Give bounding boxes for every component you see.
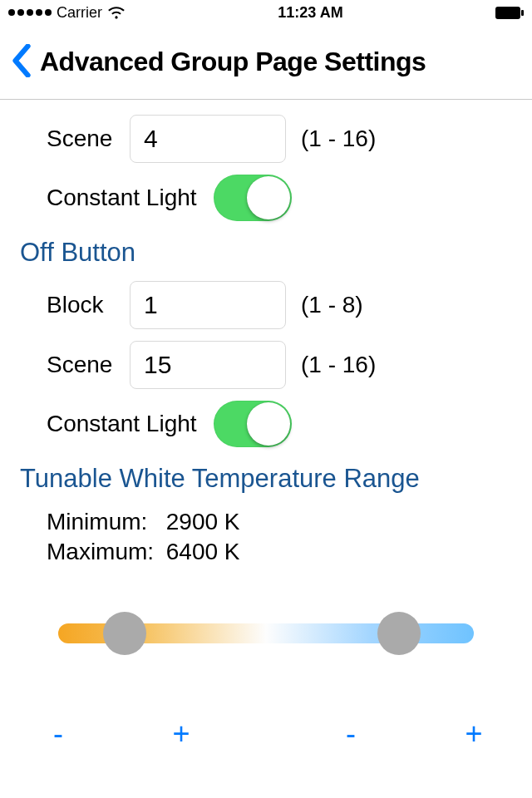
svg-rect-0 — [495, 7, 520, 19]
off-button-header: Off Button — [20, 238, 512, 268]
page-title: Advanced Group Page Settings — [40, 47, 426, 77]
switch-knob — [247, 402, 290, 446]
off-scene-stepper[interactable]: 15 — [130, 341, 286, 389]
tunable-white-header: Tunable White Temperature Range — [20, 464, 512, 494]
back-button[interactable] — [0, 44, 40, 81]
off-scene-value: 15 — [144, 351, 171, 379]
off-constant-light-row: Constant Light — [47, 401, 512, 447]
scene-row-top: Scene 4 (1 - 16) — [47, 115, 512, 163]
off-block-value: 1 — [144, 291, 158, 319]
fine-adjust-min: - + — [42, 717, 198, 751]
constant-light-switch[interactable] — [214, 175, 292, 221]
max-decrease-button[interactable]: - — [334, 717, 367, 751]
signal-strength-icon — [8, 9, 52, 16]
minimum-value: 2900 K — [166, 509, 240, 534]
off-block-range-hint: (1 - 8) — [301, 292, 363, 318]
min-decrease-button[interactable]: - — [42, 717, 75, 751]
off-block-stepper[interactable]: 1 — [130, 281, 286, 329]
off-block-row: Block 1 (1 - 8) — [47, 281, 512, 329]
content: Scene 4 (1 - 16) Constant Light Off Butt… — [0, 100, 532, 751]
status-time: 11:23 AM — [278, 4, 342, 22]
scene-range-hint: (1 - 16) — [301, 126, 376, 152]
maximum-value: 6400 K — [166, 539, 240, 564]
maximum-label: Maximum: — [47, 537, 160, 567]
status-bar: Carrier 11:23 AM — [0, 0, 532, 25]
off-scene-range-hint: (1 - 16) — [301, 352, 376, 378]
constant-light-row-top: Constant Light — [47, 175, 512, 221]
slider-thumb-max[interactable] — [377, 612, 421, 655]
nav-bar: Advanced Group Page Settings — [0, 25, 532, 100]
scene-stepper[interactable]: 4 — [130, 115, 286, 163]
scene-label: Scene — [47, 126, 118, 152]
status-right — [495, 7, 524, 19]
slider-thumb-min[interactable] — [103, 612, 146, 655]
max-increase-button[interactable]: + — [457, 717, 490, 751]
fine-adjust-row: - + - + — [42, 717, 490, 751]
temperature-readout: Minimum: 2900 K Maximum: 6400 K — [47, 507, 512, 567]
scene-value: 4 — [144, 125, 158, 153]
battery-icon — [495, 7, 524, 19]
off-constant-light-switch[interactable] — [214, 401, 292, 447]
carrier-label: Carrier — [57, 4, 102, 22]
switch-knob — [247, 176, 290, 219]
min-increase-button[interactable]: + — [165, 717, 198, 751]
chevron-left-icon — [12, 44, 32, 77]
off-scene-label: Scene — [47, 352, 118, 378]
svg-rect-1 — [521, 10, 524, 16]
constant-light-label: Constant Light — [47, 185, 197, 211]
wifi-icon — [107, 6, 126, 19]
temperature-range-slider[interactable] — [58, 612, 474, 655]
off-block-label: Block — [47, 292, 118, 318]
minimum-label: Minimum: — [47, 507, 160, 537]
status-left: Carrier — [8, 4, 126, 22]
fine-adjust-max: - + — [334, 717, 490, 751]
off-scene-row: Scene 15 (1 - 16) — [47, 341, 512, 389]
off-constant-light-label: Constant Light — [47, 411, 197, 437]
